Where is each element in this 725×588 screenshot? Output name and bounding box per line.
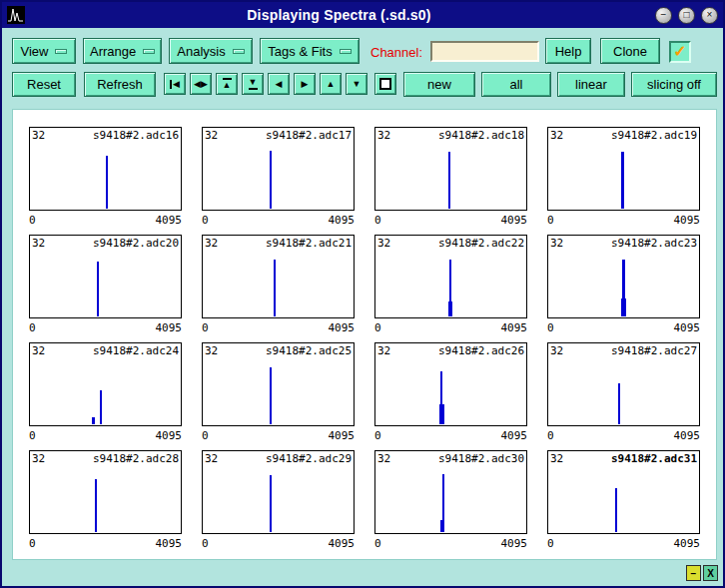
nav-top-button[interactable]: ▲ (216, 73, 238, 95)
plot-header: 32s9418#2.adc25 (205, 344, 352, 357)
x-max-label: 4095 (329, 214, 356, 227)
spectrum-curve (31, 251, 180, 316)
spectrum-pane[interactable]: 32s9418#2.adc25 (202, 342, 355, 426)
menu-view[interactable]: View (12, 38, 76, 64)
reset-button[interactable]: Reset (12, 72, 76, 97)
all-button[interactable]: all (481, 72, 551, 97)
linear-button[interactable]: linear (557, 72, 625, 97)
minimize-button[interactable]: − (655, 7, 672, 24)
spectrum-curve (376, 251, 525, 316)
nav-left-button[interactable]: ◀ (268, 73, 290, 95)
spectrum-curve (204, 358, 353, 424)
panel-minimize-button[interactable]: − (686, 565, 701, 581)
slicing-button[interactable]: slicing off (631, 72, 717, 97)
y-max-label: 32 (205, 452, 218, 465)
spectrum-title: s9418#2.adc20 (93, 237, 179, 250)
spectrum-cell: 32s9418#2.adc1604095 (29, 127, 182, 229)
x-min-label: 0 (202, 214, 209, 227)
spectrum-pane[interactable]: 32s9418#2.adc23 (547, 235, 700, 318)
x-axis-labels: 04095 (202, 534, 355, 550)
spectrum-pane[interactable]: 32s9418#2.adc19 (547, 127, 700, 211)
plot-header: 32s9418#2.adc21 (205, 237, 352, 250)
spectrum-pane[interactable]: 32s9418#2.adc24 (29, 342, 182, 426)
refresh-button[interactable]: Refresh (84, 72, 156, 97)
x-min-label: 0 (547, 321, 554, 334)
zoom-box-button[interactable] (374, 73, 396, 95)
spectrum-cell: 32s9418#2.adc2204095 (374, 235, 527, 336)
spectrum-pane[interactable]: 32s9418#2.adc18 (374, 127, 527, 211)
spectrum-title: s9418#2.adc16 (93, 129, 179, 142)
x-axis-labels: 04095 (547, 426, 700, 442)
x-max-label: 4095 (674, 214, 701, 227)
nav-button-group: ◀◀▶▲▼◀▶▲▼ (164, 73, 367, 95)
peak-spike (615, 488, 617, 532)
help-button[interactable]: Help (545, 38, 591, 64)
slicing-button-label: slicing off (647, 77, 701, 92)
menu-arrange[interactable]: Arrange (83, 38, 162, 64)
menu-analysis[interactable]: Analysis (169, 38, 253, 64)
spectrum-title: s9418#2.adc29 (266, 452, 352, 465)
x-max-label: 4095 (329, 321, 356, 334)
spectrum-pane[interactable]: 32s9418#2.adc30 (374, 450, 527, 534)
x-axis-labels: 04095 (29, 211, 182, 227)
spectrum-cell: 32s9418#2.adc2304095 (547, 235, 700, 336)
close-button[interactable]: × (701, 7, 718, 24)
top-arrow-icon: ▲ (223, 81, 232, 90)
spectrum-pane[interactable]: 32s9418#2.adc27 (547, 342, 700, 426)
app-icon[interactable] (7, 6, 25, 24)
panel-close-button[interactable]: X (703, 565, 718, 581)
nav-bottom-button[interactable]: ▼ (242, 73, 264, 95)
peak-spike (270, 367, 272, 424)
option-checkbox[interactable]: ✓ (669, 41, 691, 63)
spectrum-pane[interactable]: 32s9418#2.adc20 (29, 235, 182, 318)
plot-header: 32s9418#2.adc29 (205, 452, 352, 465)
x-max-label: 4095 (156, 214, 183, 227)
spectrum-pane[interactable]: 32s9418#2.adc26 (374, 342, 527, 426)
x-min-label: 0 (547, 429, 554, 442)
y-max-label: 32 (550, 344, 563, 357)
spectrum-pane[interactable]: 32s9418#2.adc16 (29, 127, 182, 211)
menu-arrange-label: Arrange (90, 44, 136, 59)
menu-tags-fits[interactable]: Tags & Fits (260, 38, 360, 64)
peak-spike (440, 520, 444, 532)
plot-header: 32s9418#2.adc31 (550, 452, 697, 465)
spectrum-cell: 32s9418#2.adc2404095 (29, 342, 182, 444)
all-button-label: all (509, 77, 522, 92)
x-max-label: 4095 (501, 321, 528, 334)
peak-spike (270, 151, 272, 209)
peak-spike (95, 479, 97, 532)
spectrum-title: s9418#2.adc28 (93, 452, 179, 465)
peak-spike (448, 301, 452, 316)
x-axis-labels: 04095 (29, 426, 182, 442)
x-axis-labels: 04095 (202, 426, 355, 442)
nav-first-button[interactable]: ◀ (164, 73, 186, 95)
refresh-button-label: Refresh (97, 77, 143, 92)
spectrum-curve (31, 143, 180, 209)
nav-down-button[interactable]: ▼ (346, 73, 367, 95)
clone-button[interactable]: Clone (600, 38, 660, 64)
nav-up-button[interactable]: ▲ (320, 73, 342, 95)
plot-header: 32s9418#2.adc26 (377, 344, 524, 357)
spectrum-pane[interactable]: 32s9418#2.adc21 (202, 235, 355, 318)
spectrum-pane[interactable]: 32s9418#2.adc31 (547, 450, 700, 534)
x-min-label: 0 (374, 214, 381, 227)
spectrum-pane[interactable]: 32s9418#2.adc28 (29, 450, 182, 534)
maximize-button[interactable]: □ (678, 7, 695, 24)
spectrum-pane[interactable]: 32s9418#2.adc22 (374, 235, 527, 318)
nav-pair-button[interactable]: ◀▶ (190, 73, 212, 95)
plot-header: 32s9418#2.adc27 (550, 344, 697, 357)
nav-right-button[interactable]: ▶ (294, 73, 316, 95)
spectrum-pane[interactable]: 32s9418#2.adc29 (202, 450, 355, 534)
spectrum-curve (31, 358, 180, 424)
menu-indicator-icon (143, 49, 155, 54)
spectrum-pane[interactable]: 32s9418#2.adc17 (202, 127, 355, 211)
left-arrow-icon: ◀ (276, 80, 283, 89)
spectrum-curve (376, 143, 525, 209)
new-button[interactable]: new (403, 72, 475, 97)
spectrum-title: s9418#2.adc21 (266, 237, 352, 250)
channel-input[interactable] (430, 41, 539, 62)
spectrum-curve (549, 143, 698, 209)
x-max-label: 4095 (156, 537, 183, 550)
title-bar[interactable]: Displaying Spectra (.sd.s0) − □ × (2, 2, 723, 28)
spectrum-title: s9418#2.adc31 (611, 452, 697, 465)
